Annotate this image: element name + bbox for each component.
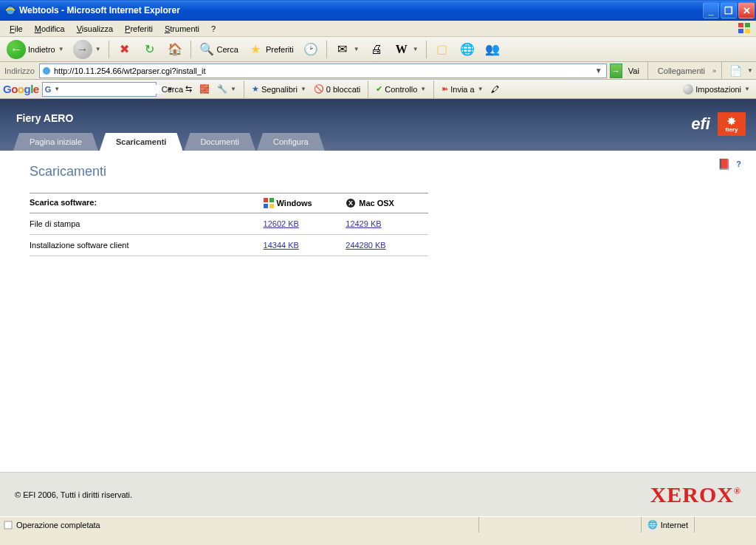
svg-rect-4 [745, 29, 750, 33]
tab-downloads[interactable]: Scaricamenti [100, 133, 182, 151]
mail-button[interactable]: ✉▼ [331, 39, 363, 60]
address-dropdown-icon[interactable]: ▼ [593, 66, 605, 75]
google-segnalibri[interactable]: ★Segnalibri▼ [250, 84, 309, 94]
svg-rect-8 [264, 204, 268, 208]
address-bar: Indirizzo ▼ → Vai Collegamenti » 📄▼ [0, 62, 756, 80]
header-label: Scarica software: [30, 198, 264, 208]
forward-button[interactable]: →▼ [69, 39, 105, 60]
brand-title: Fiery AERO [16, 112, 73, 124]
google-impostazioni[interactable]: Impostazioni▼ [683, 84, 753, 95]
go-button[interactable]: → [610, 64, 622, 78]
pdf-icon[interactable]: 📄 [727, 63, 743, 79]
svg-rect-12 [4, 521, 12, 529]
favorites-label: Preferiti [266, 45, 294, 54]
google-options-icon[interactable]: 🔧▼ [215, 84, 238, 94]
edit-button[interactable]: W▼ [390, 39, 422, 60]
search-label: Cerca [217, 45, 238, 54]
go-label: Vai [625, 66, 642, 75]
page-footer: © EFI 2006, Tutti i diritti riservati. X… [0, 472, 756, 516]
address-box[interactable]: ▼ [39, 64, 607, 78]
links-expand-icon[interactable]: » [712, 67, 716, 75]
svg-rect-7 [269, 198, 274, 202]
efi-logo: efi [691, 114, 710, 134]
copyright: © EFI 2006, Tutti i diritti riservati. [15, 490, 132, 499]
google-logo: Google [3, 83, 39, 95]
google-controllo[interactable]: ✔Controllo▼ [374, 84, 428, 94]
page-icon [41, 66, 52, 76]
tab-home[interactable]: Pagina iniziale [13, 133, 98, 151]
favorites-button[interactable]: ★Preferiti [244, 39, 298, 60]
google-news-icon[interactable]: 🧱 [197, 84, 212, 94]
note-button[interactable]: ▢ [430, 39, 454, 60]
internet-zone-icon: 🌐 [647, 520, 658, 529]
stop-button[interactable]: ✖ [113, 39, 137, 60]
print-button[interactable]: 🖨 [365, 39, 388, 60]
content-area: 📕 ? Scaricamenti Scarica software: Windo… [0, 151, 756, 472]
download-link-win[interactable]: 14344 KB [264, 241, 299, 250]
back-button[interactable]: ←Indietro▼ [3, 39, 68, 60]
table-row: Installazione software client 14344 KB 2… [30, 235, 428, 256]
close-button[interactable]: ✕ [738, 2, 755, 18]
svg-rect-9 [269, 204, 274, 208]
history-button[interactable]: 🕑 [299, 39, 323, 60]
svg-rect-1 [738, 23, 743, 27]
zone-label: Internet [661, 521, 688, 529]
svg-rect-6 [264, 198, 268, 202]
book-icon[interactable]: 📕 [718, 158, 730, 170]
page-title: Scaricamenti [30, 164, 726, 179]
table-row: File di stampa 12602 KB 12429 KB [30, 213, 428, 235]
svg-point-5 [43, 67, 50, 75]
menu-modifica[interactable]: Modifica [30, 23, 70, 35]
download-link-win[interactable]: 12602 KB [264, 219, 299, 228]
mac-icon: X [346, 198, 356, 208]
links-label[interactable]: Collegamenti [653, 66, 709, 75]
download-link-mac[interactable]: 244280 KB [346, 241, 385, 250]
download-table: Scarica software: Windows X Mac OSX File… [30, 193, 428, 256]
menu-strumenti[interactable]: Strumenti [159, 23, 205, 35]
row-name: File di stampa [30, 219, 264, 228]
refresh-button[interactable]: ↻ [138, 39, 162, 60]
google-toolbar: Google G▼ ▼ Cerca ⇆ 🧱 🔧▼ ★Segnalibri▼ 🚫0… [0, 80, 756, 99]
done-icon [3, 520, 13, 530]
svg-rect-3 [738, 29, 743, 33]
google-highlight-icon[interactable]: 🖍 [489, 85, 501, 94]
status-text: Operazione completata [16, 521, 100, 529]
google-search-box[interactable]: G▼ ▼ [42, 82, 157, 97]
minimize-button[interactable]: _ [703, 2, 719, 18]
menu-help[interactable]: ? [206, 23, 221, 35]
google-popup-blocker[interactable]: 🚫0 bloccati [312, 84, 362, 94]
menu-visualizza[interactable]: Visualizza [72, 23, 118, 35]
help-icon[interactable]: ? [736, 160, 741, 168]
page-header: Fiery AERO efi ✸fiery Pagina iniziale Sc… [0, 99, 756, 151]
status-bar: Operazione completata 🌐 Internet [0, 516, 756, 532]
web-button[interactable]: 🌐 [456, 39, 479, 60]
messenger-button[interactable]: 👥 [481, 39, 504, 60]
fiery-logo: ✸fiery [718, 112, 746, 136]
address-label: Indirizzo [3, 66, 36, 75]
row-name: Installazione software client [30, 241, 264, 250]
ie-icon [4, 4, 16, 16]
google-search-input[interactable] [60, 85, 164, 94]
maximize-button[interactable]: ❐ [721, 2, 737, 18]
address-input[interactable] [54, 66, 591, 75]
header-mac: X Mac OSX [346, 198, 428, 208]
google-cerca[interactable]: Cerca ⇆ [159, 84, 194, 94]
menu-bar: File Modifica Visualizza Preferiti Strum… [0, 21, 756, 37]
zone-panel: 🌐 Internet [641, 517, 694, 532]
download-link-mac[interactable]: 12429 KB [346, 219, 381, 228]
menu-preferiti[interactable]: Preferiti [120, 23, 158, 35]
tab-docs[interactable]: Documenti [184, 133, 255, 151]
table-header-row: Scarica software: Windows X Mac OSX [30, 193, 428, 213]
windows-flag-icon [734, 21, 755, 35]
home-button[interactable]: 🏠 [163, 39, 187, 60]
main-toolbar: ←Indietro▼ →▼ ✖ ↻ 🏠 🔍Cerca ★Preferiti 🕑 … [0, 37, 756, 62]
xerox-logo: XEROX® [650, 482, 741, 507]
window-titlebar: Webtools - Microsoft Internet Explorer _… [0, 0, 756, 21]
google-invia[interactable]: ➽Invia a▼ [439, 84, 485, 94]
menu-file[interactable]: File [4, 23, 28, 35]
back-label: Indietro [28, 45, 55, 54]
search-button[interactable]: 🔍Cerca [195, 39, 242, 60]
svg-rect-2 [745, 23, 750, 27]
svg-point-0 [6, 6, 15, 15]
tab-config[interactable]: Configura [257, 133, 325, 151]
